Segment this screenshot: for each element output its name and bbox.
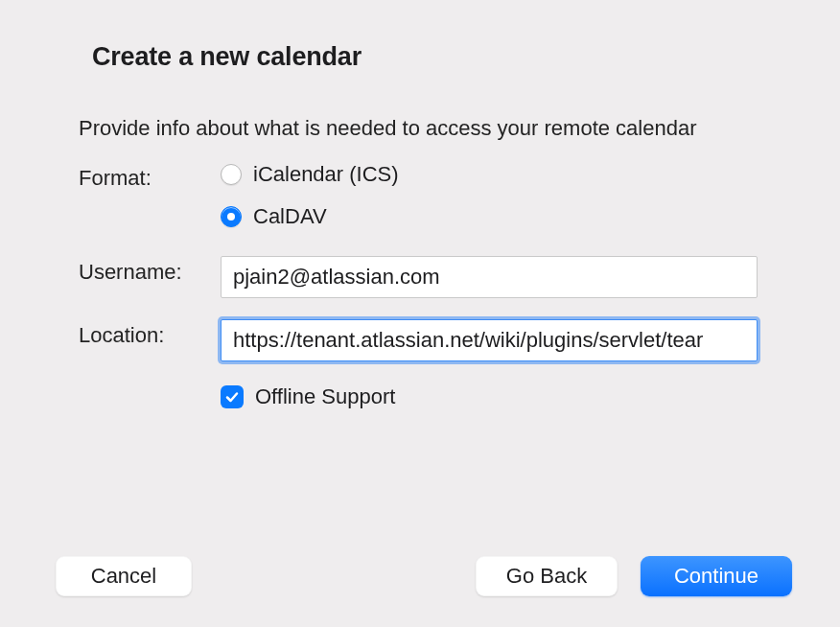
dialog-description: Provide info about what is needed to acc… [79,116,784,141]
continue-button[interactable]: Continue [641,556,792,596]
offline-support-label: Offline Support [255,384,395,409]
offline-support-checkbox[interactable]: Offline Support [221,384,758,409]
dialog-title: Create a new calendar [92,42,784,72]
format-radio-caldav[interactable]: CalDAV [221,204,758,229]
cancel-button[interactable]: Cancel [56,556,192,596]
go-back-button[interactable]: Go Back [476,556,618,596]
location-label: Location: [79,319,221,348]
checkbox-icon [221,385,244,408]
radio-icon [221,164,242,185]
format-radio-icalendar[interactable]: iCalendar (ICS) [221,162,758,187]
username-label: Username: [79,256,221,285]
format-radio-caldav-label: CalDAV [253,204,327,229]
format-radio-icalendar-label: iCalendar (ICS) [253,162,399,187]
format-label: Format: [79,162,221,191]
location-field[interactable] [221,319,758,361]
radio-icon [221,206,242,227]
username-field[interactable] [221,256,758,298]
